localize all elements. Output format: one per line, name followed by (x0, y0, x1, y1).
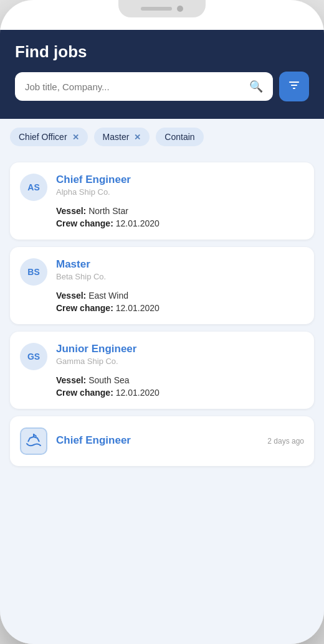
ship-icon (26, 432, 42, 451)
search-row: 🔍 (15, 72, 309, 101)
search-input[interactable] (25, 82, 243, 92)
company-name-1: Alpha Ship Co. (56, 187, 304, 197)
chips-row: Chief Officer ✕ Master ✕ Contain (0, 119, 324, 155)
vessel-line-2: Vessel: East Wind (56, 291, 304, 301)
job-title-3: Junior Engineer (56, 343, 304, 355)
camera (177, 6, 183, 12)
crew-line-1: Crew change: 12.01.2020 (56, 218, 304, 228)
chip-label: Contain (164, 132, 194, 142)
chip-label: Master (103, 132, 130, 142)
job-details-3: Vessel: South Sea Crew change: 12.01.202… (20, 375, 304, 398)
header: Find jobs 🔍 (0, 30, 324, 119)
notch (118, 0, 206, 17)
speaker (141, 7, 172, 11)
page-title: Find jobs (15, 42, 309, 62)
chip-chief-officer[interactable]: Chief Officer ✕ (10, 128, 88, 146)
job-details-1: Vessel: North Star Crew change: 12.01.20… (20, 206, 304, 228)
job-card-4[interactable]: Chief Engineer 2 days ago (10, 416, 314, 466)
job-title-4: Chief Engineer (56, 434, 131, 447)
company-name-3: Gamma Ship Co. (56, 357, 304, 366)
job-info-4: Chief Engineer 2 days ago (56, 434, 304, 448)
crew-line-3: Crew change: 12.01.2020 (56, 388, 304, 398)
company-name-2: Beta Ship Co. (56, 272, 304, 281)
chip-close-icon[interactable]: ✕ (72, 133, 79, 142)
job-card-1[interactable]: AS Chief Engineer Alpha Ship Co. Vessel:… (10, 162, 314, 240)
job-info-3: Junior Engineer Gamma Ship Co. (56, 343, 304, 366)
job-card-2[interactable]: BS Master Beta Ship Co. Vessel: East Win… (10, 247, 314, 324)
notch-bar (0, 0, 324, 30)
filter-button[interactable] (279, 72, 309, 101)
job-info-2: Master Beta Ship Co. (56, 258, 304, 281)
job-title-1: Chief Engineer (56, 174, 304, 186)
chip-close-icon[interactable]: ✕ (134, 133, 141, 142)
job-info-1: Chief Engineer Alpha Ship Co. (56, 174, 304, 197)
avatar-1: AS (20, 174, 47, 201)
chip-master[interactable]: Master ✕ (94, 128, 150, 146)
phone-frame: Find jobs 🔍 Chief Officer ✕ Master ✕ (0, 0, 324, 644)
avatar-4 (20, 427, 47, 455)
vessel-line-3: Vessel: South Sea (56, 375, 304, 385)
search-icon: 🔍 (249, 80, 263, 93)
job-card-3[interactable]: GS Junior Engineer Gamma Ship Co. Vessel… (10, 332, 314, 409)
vessel-line-1: Vessel: North Star (56, 206, 304, 216)
search-box[interactable]: 🔍 (15, 72, 273, 101)
job-list: AS Chief Engineer Alpha Ship Co. Vessel:… (0, 155, 324, 644)
chip-label: Chief Officer (19, 132, 67, 142)
job-title-2: Master (56, 258, 304, 271)
crew-line-2: Crew change: 12.01.2020 (56, 303, 304, 313)
avatar-3: GS (20, 343, 47, 370)
time-ago-4: 2 days ago (267, 437, 304, 446)
job-details-2: Vessel: East Wind Crew change: 12.01.202… (20, 291, 304, 313)
filter-icon (288, 79, 300, 95)
chip-contain[interactable]: Contain (156, 128, 203, 146)
avatar-2: BS (20, 258, 47, 286)
